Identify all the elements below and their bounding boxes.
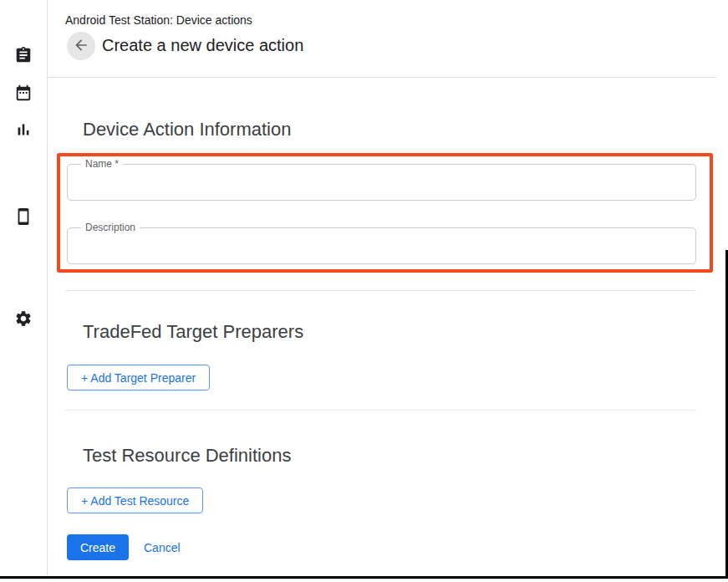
sidebar-item-test-plans[interactable] <box>7 77 40 110</box>
page-title: Create a new device action <box>102 36 303 55</box>
gear-icon <box>14 309 33 330</box>
header-divider <box>48 77 716 78</box>
sidebar-item-settings[interactable] <box>7 303 40 336</box>
calendar-icon <box>14 84 33 105</box>
breadcrumb: Android Test Station: Device actions <box>65 13 252 27</box>
section-title-tradefed-target-preparers: TradeFed Target Preparers <box>83 321 303 343</box>
section-title-test-resource-definitions: Test Resource Definitions <box>83 445 291 467</box>
sidebar-item-test-runs[interactable] <box>7 114 40 147</box>
app-window: Android Test Station: Device actions Cre… <box>0 0 728 582</box>
section-title-device-action-information: Device Action Information <box>83 119 291 140</box>
description-field[interactable]: Description <box>67 227 696 264</box>
bar-chart-icon <box>14 120 33 141</box>
description-input[interactable] <box>79 233 681 258</box>
cancel-button[interactable]: Cancel <box>144 541 181 554</box>
name-field[interactable]: Name * <box>67 164 696 201</box>
create-button[interactable]: Create <box>67 534 129 560</box>
add-test-resource-button[interactable]: + Add Test Resource <box>67 488 203 513</box>
sidebar-item-tests[interactable] <box>7 39 40 73</box>
section-divider <box>65 290 696 291</box>
smartphone-icon <box>14 207 33 228</box>
name-input[interactable] <box>79 170 681 195</box>
window-border-bottom <box>0 576 728 579</box>
sidebar <box>0 0 48 577</box>
sidebar-item-devices[interactable] <box>7 201 40 234</box>
name-field-label: Name * <box>81 158 123 170</box>
description-field-label: Description <box>81 222 140 233</box>
section-divider <box>65 410 696 411</box>
arrow-left-icon <box>73 37 89 56</box>
back-button[interactable] <box>67 32 95 60</box>
clipboard-icon <box>14 46 33 67</box>
add-target-preparer-button[interactable]: + Add Target Preparer <box>67 365 210 391</box>
